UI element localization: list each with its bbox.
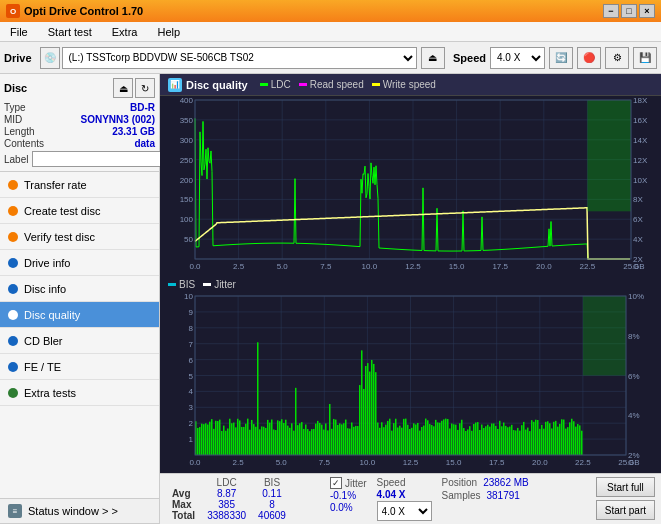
avg-bis: 0.11 xyxy=(252,488,292,499)
mid-label: MID xyxy=(4,114,22,125)
close-button[interactable]: × xyxy=(639,4,655,18)
jitter-avg-val: -0.1% xyxy=(330,490,367,501)
disc-quality-label: Disc quality xyxy=(24,309,80,321)
jitter-max-val: 0.0% xyxy=(330,502,367,513)
disc-eject-icon[interactable]: ⏏ xyxy=(113,78,133,98)
main-area: Disc ⏏ ↻ Type BD-R MID SONYNN3 (002) Len… xyxy=(0,74,661,524)
sidebar-item-verify-test-disc[interactable]: Verify test disc xyxy=(0,224,159,250)
disc-quality-icon xyxy=(8,310,18,320)
disc-label-key: Label xyxy=(4,154,28,165)
total-ldc: 3388330 xyxy=(201,510,252,521)
create-test-disc-label: Create test disc xyxy=(24,205,100,217)
status-window-button[interactable]: ≡ Status window > > xyxy=(0,498,159,524)
chart-icon: 📊 xyxy=(168,78,182,92)
sidebar-item-disc-info[interactable]: Disc info xyxy=(0,276,159,302)
verify-test-disc-icon xyxy=(8,232,18,242)
samples-value: 381791 xyxy=(486,490,519,501)
start-part-button[interactable]: Start part xyxy=(596,500,655,520)
cd-bler-label: CD Bler xyxy=(24,335,63,347)
menu-start-test[interactable]: Start test xyxy=(42,25,98,39)
top-chart-container xyxy=(160,96,661,277)
burn-button[interactable]: 🔴 xyxy=(577,47,601,69)
cd-bler-icon xyxy=(8,336,18,346)
bottom-chart-legend: BIS Jitter xyxy=(160,277,661,292)
maximize-button[interactable]: □ xyxy=(621,4,637,18)
legend-bis-color xyxy=(168,283,176,286)
nav-items: Transfer rateCreate test discVerify test… xyxy=(0,172,159,406)
disc-info-label: Disc info xyxy=(24,283,66,295)
legend-writespeed-color xyxy=(372,83,380,86)
sidebar-item-transfer-rate[interactable]: Transfer rate xyxy=(0,172,159,198)
total-label: Total xyxy=(166,510,201,521)
start-buttons: Start full Start part xyxy=(596,477,655,520)
speed-label: Speed xyxy=(453,52,486,64)
transfer-rate-icon xyxy=(8,180,18,190)
extra-tests-label: Extra tests xyxy=(24,387,76,399)
menu-extra[interactable]: Extra xyxy=(106,25,144,39)
bottom-chart xyxy=(160,292,661,473)
legend-bis-label: BIS xyxy=(179,279,195,290)
position-value: 23862 MB xyxy=(483,477,529,488)
refresh-button[interactable]: 🔄 xyxy=(549,47,573,69)
settings-button[interactable]: ⚙ xyxy=(605,47,629,69)
jitter-checkbox[interactable]: ✓ xyxy=(330,477,342,489)
stats-table: LDC BIS Avg 8.87 0.11 Max 385 8 xyxy=(166,477,324,521)
contents-value: data xyxy=(134,138,155,149)
legend-readspeed-label: Read speed xyxy=(310,79,364,90)
status-window-label: Status window > > xyxy=(28,505,118,517)
contents-label: Contents xyxy=(4,138,44,149)
disc-section-title: Disc xyxy=(4,82,27,94)
total-bis: 40609 xyxy=(252,510,292,521)
sidebar: Disc ⏏ ↻ Type BD-R MID SONYNN3 (002) Len… xyxy=(0,74,160,524)
max-bis: 8 xyxy=(252,499,292,510)
speed-stats-dropdown[interactable]: 4.0 X xyxy=(377,501,432,521)
menu-bar: File Start test Extra Help xyxy=(0,22,661,42)
menu-file[interactable]: File xyxy=(4,25,34,39)
drive-select[interactable]: (L:) TSSTcorp BDDVDW SE-506CB TS02 xyxy=(62,47,417,69)
eject-button[interactable]: ⏏ xyxy=(421,47,445,69)
drive-toolbar: Drive 💿 (L:) TSSTcorp BDDVDW SE-506CB TS… xyxy=(0,42,661,74)
disc-label-input[interactable] xyxy=(32,151,165,167)
jitter-section: ✓ Jitter -0.1% 0.0% xyxy=(330,477,367,513)
sidebar-item-drive-info[interactable]: Drive info xyxy=(0,250,159,276)
disc-panel: Disc ⏏ ↻ Type BD-R MID SONYNN3 (002) Len… xyxy=(0,74,159,172)
type-label: Type xyxy=(4,102,26,113)
legend-ldc-color xyxy=(260,83,268,86)
drive-icon: 💿 xyxy=(40,47,60,69)
length-value: 23.31 GB xyxy=(112,126,155,137)
drive-info-label: Drive info xyxy=(24,257,70,269)
status-window-icon: ≡ xyxy=(8,504,22,518)
fe-te-label: FE / TE xyxy=(24,361,61,373)
avg-label: Avg xyxy=(166,488,201,499)
top-chart xyxy=(160,96,661,277)
legend-jitter-label: Jitter xyxy=(214,279,236,290)
sidebar-item-extra-tests[interactable]: Extra tests xyxy=(0,380,159,406)
length-label: Length xyxy=(4,126,35,137)
verify-test-disc-label: Verify test disc xyxy=(24,231,95,243)
sidebar-item-cd-bler[interactable]: CD Bler xyxy=(0,328,159,354)
legend-ldc-label: LDC xyxy=(271,79,291,90)
chart-title: Disc quality xyxy=(186,79,248,91)
transfer-rate-label: Transfer rate xyxy=(24,179,87,191)
bottom-chart-container xyxy=(160,292,661,473)
start-full-button[interactable]: Start full xyxy=(596,477,655,497)
legend-readspeed-color xyxy=(299,83,307,86)
avg-ldc: 8.87 xyxy=(201,488,252,499)
menu-help[interactable]: Help xyxy=(151,25,186,39)
legend-jitter-color xyxy=(203,283,211,286)
chart-header: 📊 Disc quality LDC Read speed Write spee… xyxy=(160,74,661,96)
sidebar-item-disc-quality[interactable]: Disc quality xyxy=(0,302,159,328)
save-button[interactable]: 💾 xyxy=(633,47,657,69)
samples-label: Samples xyxy=(442,490,481,501)
col-ldc: LDC xyxy=(201,477,252,488)
disc-refresh-icon[interactable]: ↻ xyxy=(135,78,155,98)
sidebar-item-create-test-disc[interactable]: Create test disc xyxy=(0,198,159,224)
type-value: BD-R xyxy=(130,102,155,113)
speed-select[interactable]: 4.0 X xyxy=(490,47,545,69)
position-section: Position 23862 MB Samples 381791 xyxy=(442,477,529,501)
speed-stats-section: Speed 4.04 X 4.0 X xyxy=(377,477,432,521)
sidebar-item-fe-te[interactable]: FE / TE xyxy=(0,354,159,380)
title-bar: O Opti Drive Control 1.70 − □ × xyxy=(0,0,661,22)
col-bis: BIS xyxy=(252,477,292,488)
minimize-button[interactable]: − xyxy=(603,4,619,18)
